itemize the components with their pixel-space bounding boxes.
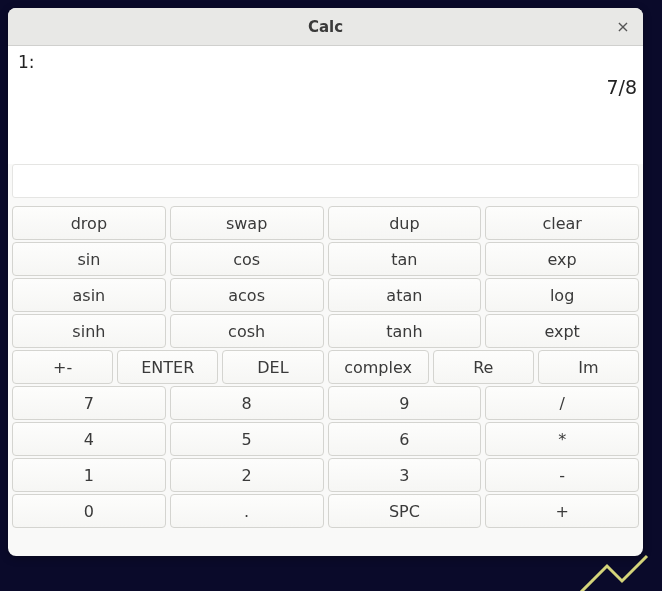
- input-field[interactable]: [12, 164, 639, 198]
- multiply-button[interactable]: *: [485, 422, 639, 456]
- digit-9-button[interactable]: 9: [328, 386, 482, 420]
- enter-button[interactable]: ENTER: [117, 350, 218, 384]
- im-button[interactable]: Im: [538, 350, 639, 384]
- drop-button[interactable]: drop: [12, 206, 166, 240]
- stack-value: 7/8: [606, 76, 637, 98]
- row-trig: sin cos tan exp: [12, 242, 639, 276]
- exp-button[interactable]: exp: [485, 242, 639, 276]
- stack-row: 1:: [18, 52, 633, 72]
- stack-index-label: 1:: [18, 52, 35, 72]
- minus-button[interactable]: -: [485, 458, 639, 492]
- clear-button[interactable]: clear: [485, 206, 639, 240]
- row-stack-ops: drop swap dup clear: [12, 206, 639, 240]
- decimal-button[interactable]: .: [170, 494, 324, 528]
- divide-button[interactable]: /: [485, 386, 639, 420]
- digit-4-button[interactable]: 4: [12, 422, 166, 456]
- keypad: drop swap dup clear sin cos tan exp asin…: [8, 204, 643, 556]
- dup-button[interactable]: dup: [328, 206, 482, 240]
- log-button[interactable]: log: [485, 278, 639, 312]
- expt-button[interactable]: expt: [485, 314, 639, 348]
- re-button[interactable]: Re: [433, 350, 534, 384]
- del-button[interactable]: DEL: [222, 350, 323, 384]
- window-title: Calc: [308, 18, 343, 36]
- sinh-button[interactable]: sinh: [12, 314, 166, 348]
- digit-0-button[interactable]: 0: [12, 494, 166, 528]
- tan-button[interactable]: tan: [328, 242, 482, 276]
- tanh-button[interactable]: tanh: [328, 314, 482, 348]
- plus-button[interactable]: +: [485, 494, 639, 528]
- row-0: 0 . SPC +: [12, 494, 639, 528]
- titlebar: Calc ×: [8, 8, 643, 46]
- row-entry-ops: +- ENTER DEL complex Re Im: [12, 350, 639, 384]
- sin-button[interactable]: sin: [12, 242, 166, 276]
- space-button[interactable]: SPC: [328, 494, 482, 528]
- cos-button[interactable]: cos: [170, 242, 324, 276]
- digit-3-button[interactable]: 3: [328, 458, 482, 492]
- digit-1-button[interactable]: 1: [12, 458, 166, 492]
- atan-button[interactable]: atan: [328, 278, 482, 312]
- asin-button[interactable]: asin: [12, 278, 166, 312]
- sign-button[interactable]: +-: [12, 350, 113, 384]
- acos-button[interactable]: acos: [170, 278, 324, 312]
- stack-display: 1: 7/8: [8, 46, 643, 164]
- desktop-decoration-icon: [572, 551, 652, 591]
- complex-button[interactable]: complex: [328, 350, 429, 384]
- swap-button[interactable]: swap: [170, 206, 324, 240]
- digit-5-button[interactable]: 5: [170, 422, 324, 456]
- close-icon[interactable]: ×: [613, 16, 633, 36]
- row-123: 1 2 3 -: [12, 458, 639, 492]
- digit-8-button[interactable]: 8: [170, 386, 324, 420]
- row-hyperbolic: sinh cosh tanh expt: [12, 314, 639, 348]
- digit-7-button[interactable]: 7: [12, 386, 166, 420]
- row-456: 4 5 6 *: [12, 422, 639, 456]
- digit-2-button[interactable]: 2: [170, 458, 324, 492]
- cosh-button[interactable]: cosh: [170, 314, 324, 348]
- digit-6-button[interactable]: 6: [328, 422, 482, 456]
- calc-window: Calc × 1: 7/8 drop swap dup clear sin co…: [8, 8, 643, 556]
- row-789: 7 8 9 /: [12, 386, 639, 420]
- row-inverse-trig: asin acos atan log: [12, 278, 639, 312]
